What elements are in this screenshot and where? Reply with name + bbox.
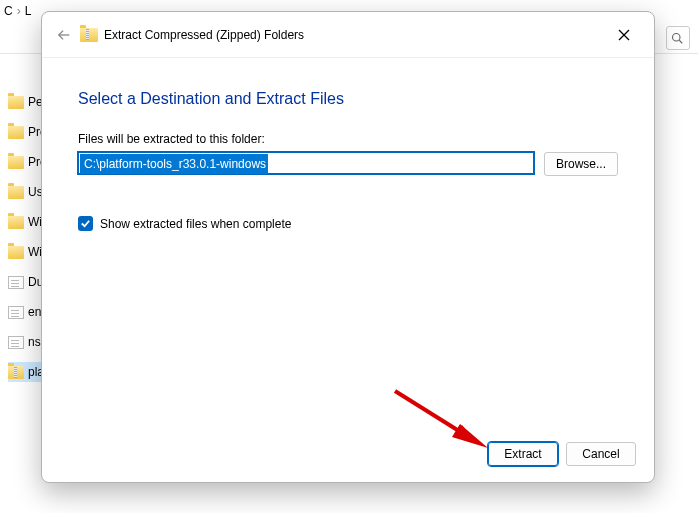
folder-icon [8,216,24,229]
breadcrumb-segment[interactable]: C [4,4,13,18]
svg-line-1 [679,40,682,43]
folder-icon [8,126,24,139]
dialog-footer: Extract Cancel [42,426,654,482]
back-button[interactable] [52,23,76,47]
list-item-label: Du [28,275,42,289]
list-item-label: enc [28,305,42,319]
list-item-label: Prc [28,125,42,139]
list-item-label: Prc [28,155,42,169]
list-item-label: Use [28,185,42,199]
list-item[interactable]: Wi [8,212,42,232]
zip-folder-icon [8,366,24,379]
show-extracted-checkbox[interactable] [78,216,93,231]
destination-path-input[interactable]: C:\platform-tools_r33.0.1-windows [78,152,534,174]
list-item[interactable]: pla [8,362,42,382]
list-item[interactable]: Prc [8,152,42,172]
breadcrumb-segment[interactable]: L [25,4,32,18]
list-item[interactable]: Use [8,182,42,202]
document-icon [8,276,24,289]
folder-icon [8,246,24,259]
dialog-header: Extract Compressed (Zipped) Folders [42,12,654,58]
list-item[interactable]: enc [8,302,42,322]
cancel-button[interactable]: Cancel [566,442,636,466]
dialog-heading: Select a Destination and Extract Files [78,90,618,108]
list-item[interactable]: Wi [8,242,42,262]
list-item-label: Wi [28,245,42,259]
arrow-left-icon [57,28,71,42]
zip-folder-icon [80,28,98,42]
folder-icon [8,156,24,169]
extract-dialog: Extract Compressed (Zipped) Folders Sele… [41,11,655,483]
dialog-body: Select a Destination and Extract Files F… [42,58,654,426]
selected-path-text: C:\platform-tools_r33.0.1-windows [80,154,268,174]
folder-icon [8,96,24,109]
close-icon [618,29,630,41]
document-icon [8,306,24,319]
check-icon [80,218,91,229]
dialog-title: Extract Compressed (Zipped) Folders [104,28,304,42]
document-icon [8,336,24,349]
extract-button[interactable]: Extract [488,442,558,466]
list-item-label: pla [28,365,42,379]
list-item[interactable]: nsi [8,332,42,352]
list-item-label: Wi [28,215,42,229]
list-item-label: nsi [28,335,42,349]
chevron-right-icon: › [17,4,21,18]
list-item[interactable]: Prc [8,122,42,142]
breadcrumb[interactable]: C › L [4,4,31,18]
folder-icon [8,186,24,199]
search-icon [671,32,683,44]
list-item-label: Pe [28,95,42,109]
search-box[interactable] [666,26,690,50]
list-item[interactable]: Pe [8,92,42,112]
svg-point-0 [673,34,681,42]
show-extracted-label: Show extracted files when complete [100,217,291,231]
path-label: Files will be extracted to this folder: [78,132,618,146]
browse-button[interactable]: Browse... [544,152,618,176]
close-button[interactable] [602,12,646,58]
list-item[interactable]: Du [8,272,42,292]
